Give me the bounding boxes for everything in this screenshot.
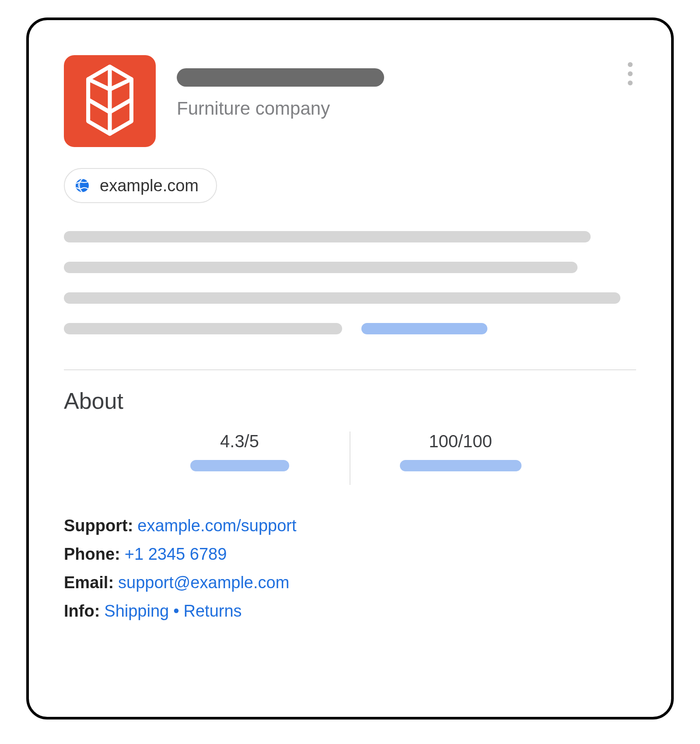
company-category: Furniture company (177, 98, 384, 119)
about-heading: About (64, 388, 636, 414)
text-placeholder (64, 292, 620, 304)
description-placeholder-block (64, 231, 636, 334)
rating-label-placeholder (190, 460, 289, 471)
text-placeholder (64, 323, 342, 334)
rating-value: 4.3/5 (220, 432, 259, 451)
email-line: Email: support@example.com (64, 573, 636, 592)
header: Furniture company (64, 55, 636, 147)
email-link[interactable]: support@example.com (118, 573, 289, 592)
returns-link[interactable]: Returns (184, 602, 242, 621)
section-divider (64, 369, 636, 370)
knowledge-panel-card: Furniture company example.com About (26, 18, 674, 719)
trust-score: 100/100 (364, 432, 557, 485)
website-chip[interactable]: example.com (64, 168, 217, 203)
support-line: Support: example.com/support (64, 516, 636, 535)
website-chip-label: example.com (100, 176, 199, 195)
support-link[interactable]: example.com/support (137, 516, 296, 535)
trust-label-placeholder (400, 460, 522, 471)
company-name-placeholder (177, 68, 384, 87)
contact-info-block: Support: example.com/support Phone: +1 2… (64, 516, 636, 621)
dot-icon (628, 71, 633, 76)
email-label: Email: (64, 573, 114, 592)
text-placeholder (64, 231, 591, 242)
title-column: Furniture company (177, 55, 384, 119)
scores-row: 4.3/5 100/100 (143, 432, 557, 485)
bullet-separator: • (173, 602, 179, 621)
shipping-link[interactable]: Shipping (104, 602, 169, 621)
chair-icon (81, 63, 138, 139)
dot-icon (628, 81, 633, 85)
info-label: Info: (64, 602, 100, 621)
company-logo (64, 55, 156, 147)
link-placeholder[interactable] (361, 323, 487, 334)
trust-value: 100/100 (429, 432, 492, 451)
support-label: Support: (64, 516, 133, 535)
globe-icon (74, 178, 90, 193)
dot-icon (628, 62, 633, 67)
rating-score: 4.3/5 (143, 432, 336, 485)
phone-line: Phone: +1 2345 6789 (64, 545, 636, 564)
info-line: Info: Shipping • Returns (64, 602, 636, 621)
more-options-button[interactable] (624, 62, 636, 85)
score-separator (350, 432, 350, 485)
text-placeholder (64, 262, 578, 273)
phone-label: Phone: (64, 545, 120, 564)
phone-link[interactable]: +1 2345 6789 (125, 545, 227, 564)
